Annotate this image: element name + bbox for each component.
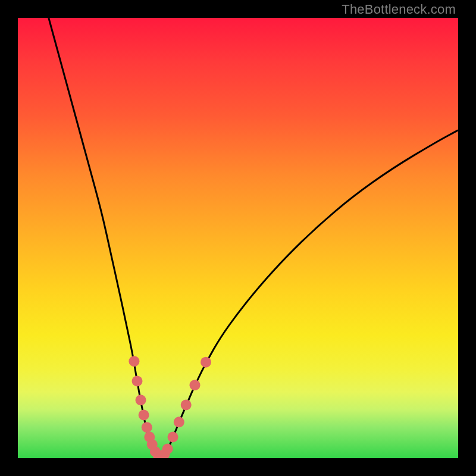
highlight-dot [142,422,152,433]
highlight-dot [168,432,178,443]
watermark-text: TheBottleneck.com [342,2,456,17]
highlight-dot [162,444,173,455]
highlight-dot [129,356,139,367]
plot-area [18,18,458,458]
highlight-dot [201,357,211,368]
highlight-dot [181,400,192,411]
highlight-dot [174,416,184,427]
highlight-dot [139,410,149,421]
highlight-dot [136,394,146,405]
highlight-dot [190,380,201,390]
highlight-dot [132,376,143,387]
bottleneck-curve [18,18,458,458]
chart-frame: TheBottleneck.com [0,0,476,476]
curve-path [49,18,458,458]
